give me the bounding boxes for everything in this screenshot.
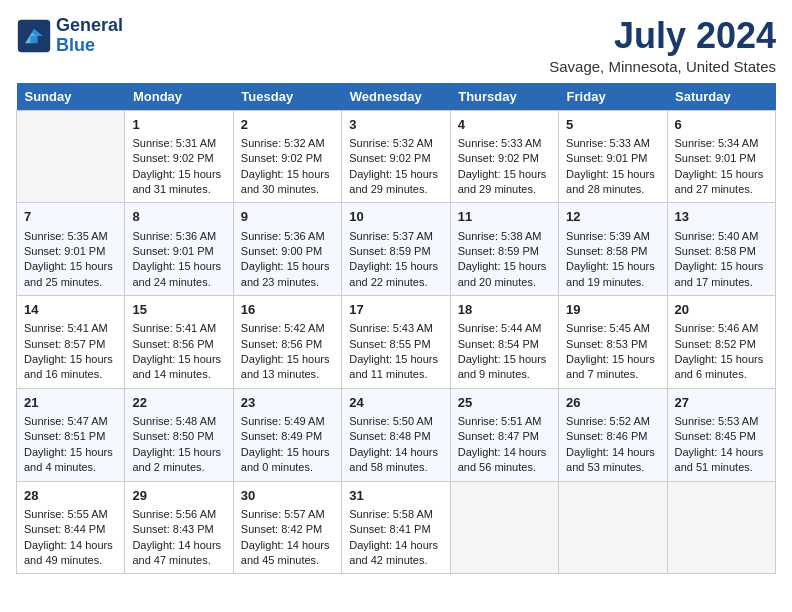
cell-info: Sunrise: 5:49 AMSunset: 8:49 PMDaylight:… bbox=[241, 415, 330, 473]
cell-info: Sunrise: 5:39 AMSunset: 8:58 PMDaylight:… bbox=[566, 230, 655, 288]
calendar-week-row: 28Sunrise: 5:55 AMSunset: 8:44 PMDayligh… bbox=[17, 481, 776, 574]
calendar-week-row: 14Sunrise: 5:41 AMSunset: 8:57 PMDayligh… bbox=[17, 296, 776, 389]
cell-info: Sunrise: 5:41 AMSunset: 8:56 PMDaylight:… bbox=[132, 322, 221, 380]
calendar-cell: 9Sunrise: 5:36 AMSunset: 9:00 PMDaylight… bbox=[233, 203, 341, 296]
cell-info: Sunrise: 5:58 AMSunset: 8:41 PMDaylight:… bbox=[349, 508, 438, 566]
calendar-cell: 22Sunrise: 5:48 AMSunset: 8:50 PMDayligh… bbox=[125, 388, 233, 481]
calendar-cell: 15Sunrise: 5:41 AMSunset: 8:56 PMDayligh… bbox=[125, 296, 233, 389]
day-number: 23 bbox=[241, 394, 334, 412]
day-number: 1 bbox=[132, 116, 225, 134]
weekday-header: Saturday bbox=[667, 83, 775, 111]
cell-info: Sunrise: 5:57 AMSunset: 8:42 PMDaylight:… bbox=[241, 508, 330, 566]
calendar-cell: 27Sunrise: 5:53 AMSunset: 8:45 PMDayligh… bbox=[667, 388, 775, 481]
calendar-cell: 2Sunrise: 5:32 AMSunset: 9:02 PMDaylight… bbox=[233, 110, 341, 203]
cell-info: Sunrise: 5:33 AMSunset: 9:01 PMDaylight:… bbox=[566, 137, 655, 195]
day-number: 31 bbox=[349, 487, 442, 505]
day-number: 21 bbox=[24, 394, 117, 412]
calendar-cell: 1Sunrise: 5:31 AMSunset: 9:02 PMDaylight… bbox=[125, 110, 233, 203]
day-number: 29 bbox=[132, 487, 225, 505]
day-number: 13 bbox=[675, 208, 768, 226]
calendar-cell: 28Sunrise: 5:55 AMSunset: 8:44 PMDayligh… bbox=[17, 481, 125, 574]
calendar-cell: 6Sunrise: 5:34 AMSunset: 9:01 PMDaylight… bbox=[667, 110, 775, 203]
day-number: 3 bbox=[349, 116, 442, 134]
day-number: 14 bbox=[24, 301, 117, 319]
cell-info: Sunrise: 5:41 AMSunset: 8:57 PMDaylight:… bbox=[24, 322, 113, 380]
cell-info: Sunrise: 5:33 AMSunset: 9:02 PMDaylight:… bbox=[458, 137, 547, 195]
day-number: 30 bbox=[241, 487, 334, 505]
day-number: 12 bbox=[566, 208, 659, 226]
weekday-header: Monday bbox=[125, 83, 233, 111]
calendar-cell: 18Sunrise: 5:44 AMSunset: 8:54 PMDayligh… bbox=[450, 296, 558, 389]
day-number: 7 bbox=[24, 208, 117, 226]
weekday-header: Wednesday bbox=[342, 83, 450, 111]
calendar-table: SundayMondayTuesdayWednesdayThursdayFrid… bbox=[16, 83, 776, 575]
cell-info: Sunrise: 5:45 AMSunset: 8:53 PMDaylight:… bbox=[566, 322, 655, 380]
calendar-cell bbox=[450, 481, 558, 574]
page-header: General Blue July 2024 Savage, Minnesota… bbox=[16, 16, 776, 75]
calendar-cell: 23Sunrise: 5:49 AMSunset: 8:49 PMDayligh… bbox=[233, 388, 341, 481]
calendar-week-row: 21Sunrise: 5:47 AMSunset: 8:51 PMDayligh… bbox=[17, 388, 776, 481]
logo-icon bbox=[16, 18, 52, 54]
calendar-cell: 7Sunrise: 5:35 AMSunset: 9:01 PMDaylight… bbox=[17, 203, 125, 296]
calendar-cell: 14Sunrise: 5:41 AMSunset: 8:57 PMDayligh… bbox=[17, 296, 125, 389]
day-number: 2 bbox=[241, 116, 334, 134]
cell-info: Sunrise: 5:38 AMSunset: 8:59 PMDaylight:… bbox=[458, 230, 547, 288]
cell-info: Sunrise: 5:51 AMSunset: 8:47 PMDaylight:… bbox=[458, 415, 547, 473]
cell-info: Sunrise: 5:50 AMSunset: 8:48 PMDaylight:… bbox=[349, 415, 438, 473]
day-number: 19 bbox=[566, 301, 659, 319]
calendar-week-row: 7Sunrise: 5:35 AMSunset: 9:01 PMDaylight… bbox=[17, 203, 776, 296]
cell-info: Sunrise: 5:35 AMSunset: 9:01 PMDaylight:… bbox=[24, 230, 113, 288]
calendar-cell: 25Sunrise: 5:51 AMSunset: 8:47 PMDayligh… bbox=[450, 388, 558, 481]
cell-info: Sunrise: 5:48 AMSunset: 8:50 PMDaylight:… bbox=[132, 415, 221, 473]
day-number: 5 bbox=[566, 116, 659, 134]
calendar-cell: 29Sunrise: 5:56 AMSunset: 8:43 PMDayligh… bbox=[125, 481, 233, 574]
calendar-cell: 19Sunrise: 5:45 AMSunset: 8:53 PMDayligh… bbox=[559, 296, 667, 389]
cell-info: Sunrise: 5:53 AMSunset: 8:45 PMDaylight:… bbox=[675, 415, 764, 473]
calendar-cell bbox=[17, 110, 125, 203]
calendar-cell: 26Sunrise: 5:52 AMSunset: 8:46 PMDayligh… bbox=[559, 388, 667, 481]
day-number: 25 bbox=[458, 394, 551, 412]
calendar-cell: 12Sunrise: 5:39 AMSunset: 8:58 PMDayligh… bbox=[559, 203, 667, 296]
weekday-header: Sunday bbox=[17, 83, 125, 111]
day-number: 8 bbox=[132, 208, 225, 226]
month-title: July 2024 bbox=[549, 16, 776, 56]
calendar-cell: 5Sunrise: 5:33 AMSunset: 9:01 PMDaylight… bbox=[559, 110, 667, 203]
calendar-cell: 4Sunrise: 5:33 AMSunset: 9:02 PMDaylight… bbox=[450, 110, 558, 203]
calendar-cell: 13Sunrise: 5:40 AMSunset: 8:58 PMDayligh… bbox=[667, 203, 775, 296]
day-number: 24 bbox=[349, 394, 442, 412]
calendar-cell: 20Sunrise: 5:46 AMSunset: 8:52 PMDayligh… bbox=[667, 296, 775, 389]
day-number: 9 bbox=[241, 208, 334, 226]
day-number: 18 bbox=[458, 301, 551, 319]
cell-info: Sunrise: 5:52 AMSunset: 8:46 PMDaylight:… bbox=[566, 415, 655, 473]
day-number: 17 bbox=[349, 301, 442, 319]
cell-info: Sunrise: 5:36 AMSunset: 9:01 PMDaylight:… bbox=[132, 230, 221, 288]
day-number: 10 bbox=[349, 208, 442, 226]
calendar-cell bbox=[667, 481, 775, 574]
weekday-header: Tuesday bbox=[233, 83, 341, 111]
cell-info: Sunrise: 5:56 AMSunset: 8:43 PMDaylight:… bbox=[132, 508, 221, 566]
cell-info: Sunrise: 5:46 AMSunset: 8:52 PMDaylight:… bbox=[675, 322, 764, 380]
cell-info: Sunrise: 5:31 AMSunset: 9:02 PMDaylight:… bbox=[132, 137, 221, 195]
weekday-header: Friday bbox=[559, 83, 667, 111]
calendar-week-row: 1Sunrise: 5:31 AMSunset: 9:02 PMDaylight… bbox=[17, 110, 776, 203]
calendar-cell: 24Sunrise: 5:50 AMSunset: 8:48 PMDayligh… bbox=[342, 388, 450, 481]
cell-info: Sunrise: 5:34 AMSunset: 9:01 PMDaylight:… bbox=[675, 137, 764, 195]
day-number: 26 bbox=[566, 394, 659, 412]
calendar-cell: 16Sunrise: 5:42 AMSunset: 8:56 PMDayligh… bbox=[233, 296, 341, 389]
day-number: 15 bbox=[132, 301, 225, 319]
logo: General Blue bbox=[16, 16, 123, 56]
calendar-cell: 21Sunrise: 5:47 AMSunset: 8:51 PMDayligh… bbox=[17, 388, 125, 481]
calendar-cell: 30Sunrise: 5:57 AMSunset: 8:42 PMDayligh… bbox=[233, 481, 341, 574]
day-number: 20 bbox=[675, 301, 768, 319]
weekday-header: Thursday bbox=[450, 83, 558, 111]
calendar-cell: 31Sunrise: 5:58 AMSunset: 8:41 PMDayligh… bbox=[342, 481, 450, 574]
weekday-header-row: SundayMondayTuesdayWednesdayThursdayFrid… bbox=[17, 83, 776, 111]
calendar-cell: 3Sunrise: 5:32 AMSunset: 9:02 PMDaylight… bbox=[342, 110, 450, 203]
cell-info: Sunrise: 5:40 AMSunset: 8:58 PMDaylight:… bbox=[675, 230, 764, 288]
cell-info: Sunrise: 5:32 AMSunset: 9:02 PMDaylight:… bbox=[349, 137, 438, 195]
calendar-cell: 11Sunrise: 5:38 AMSunset: 8:59 PMDayligh… bbox=[450, 203, 558, 296]
cell-info: Sunrise: 5:55 AMSunset: 8:44 PMDaylight:… bbox=[24, 508, 113, 566]
day-number: 28 bbox=[24, 487, 117, 505]
calendar-cell bbox=[559, 481, 667, 574]
cell-info: Sunrise: 5:44 AMSunset: 8:54 PMDaylight:… bbox=[458, 322, 547, 380]
